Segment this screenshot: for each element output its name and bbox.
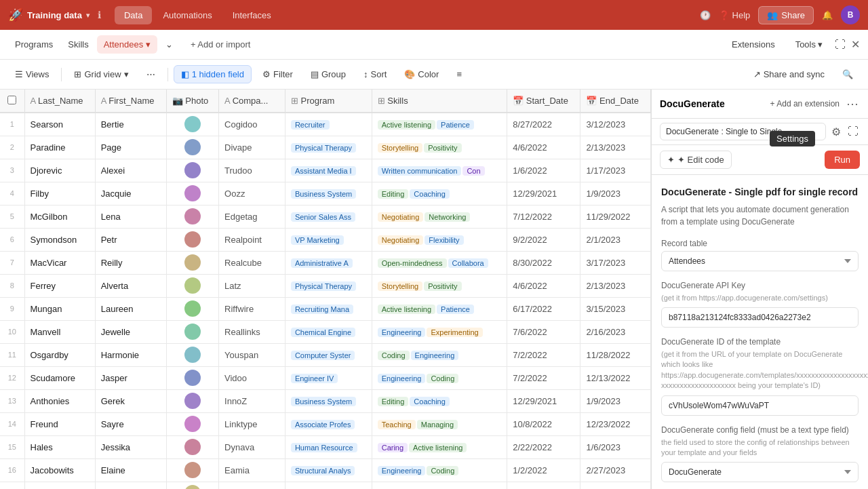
cell-program[interactable]: Structural Analys <box>285 458 372 482</box>
table-row[interactable]: 1SearsonBertieCogidooRecruiterActive lis… <box>0 113 651 136</box>
cell-first-name[interactable]: Alverta <box>95 274 166 297</box>
cell-first-name[interactable]: Laureen <box>95 297 166 320</box>
sort-btn[interactable]: ↕ Sort <box>357 66 393 83</box>
cell-first-name[interactable]: Gerek <box>95 389 166 412</box>
grid-view-options-btn[interactable]: ⋯ <box>140 66 162 83</box>
cell-first-name[interactable]: Patricio <box>95 482 166 489</box>
table-row[interactable]: 5McGilbonLenaEdgetagSenior Sales AssNego… <box>0 205 651 228</box>
cell-company[interactable]: Vidoo <box>219 366 285 389</box>
cell-company[interactable]: InnoZ <box>219 389 285 412</box>
cell-company[interactable]: Youspan <box>219 343 285 366</box>
edit-code-btn[interactable]: ✦ ✦ Edit code <box>660 151 732 169</box>
cell-skills[interactable]: StorytellingPositivity <box>372 136 507 159</box>
extensions-btn[interactable]: Extensions <box>724 35 783 54</box>
col-check[interactable] <box>0 90 24 113</box>
cell-last-name[interactable]: Anthonies <box>24 389 95 412</box>
cell-first-name[interactable]: Petr <box>95 228 166 251</box>
col-start-date[interactable]: 📅 Start_Date <box>507 90 580 113</box>
app-info-icon[interactable]: ℹ <box>98 9 101 20</box>
share-button[interactable]: 👥 Share <box>758 6 814 24</box>
cell-last-name[interactable]: McGilbon <box>24 205 95 228</box>
views-btn[interactable]: ☰ Views <box>8 66 56 83</box>
cell-company[interactable]: Latz <box>219 274 285 297</box>
table-row[interactable]: 10ManvellJewelleReallinksChemical Engine… <box>0 320 651 343</box>
table-row[interactable]: 16JacobowitsElaineEamiaStructural Analys… <box>0 458 651 482</box>
nav-tab-interfaces[interactable]: Interfaces <box>223 6 281 24</box>
cell-first-name[interactable]: Jewelle <box>95 320 166 343</box>
nav2-skills[interactable]: Skills <box>61 35 95 54</box>
record-table-select[interactable]: Attendees <box>661 251 859 271</box>
cell-first-name[interactable]: Jacquie <box>95 182 166 205</box>
table-row[interactable]: 8FerreyAlvertaLatzPhysical TherapyStoryt… <box>0 274 651 297</box>
cell-program[interactable]: VP Marketing <box>285 228 372 251</box>
nav-tab-automations[interactable]: Automations <box>153 6 221 24</box>
app-logo[interactable]: 🚀 Training data ▾ <box>8 7 90 22</box>
cell-first-name[interactable]: Elaine <box>95 458 166 482</box>
cell-skills[interactable]: Written communicationCon <box>372 159 507 182</box>
cell-skills[interactable]: EngineeringCoding <box>372 482 507 489</box>
close-icon[interactable]: ✕ <box>851 38 860 51</box>
table-row[interactable]: 6SymondsonPetrRealpointVP MarketingNegot… <box>0 228 651 251</box>
cell-skills[interactable]: TeachingManaging <box>372 412 507 435</box>
cell-last-name[interactable]: Paradine <box>24 136 95 159</box>
cell-last-name[interactable]: MacVicar <box>24 251 95 274</box>
row-height-btn[interactable]: ≡ <box>450 66 469 83</box>
cell-last-name[interactable]: Searson <box>24 113 95 136</box>
help-btn[interactable]: ❓ Help <box>719 10 751 20</box>
cell-first-name[interactable]: Alexei <box>95 159 166 182</box>
cell-program[interactable]: Business System <box>285 182 372 205</box>
nav2-attendees[interactable]: Attendees ▾ <box>97 35 157 54</box>
select-all-checkbox[interactable] <box>7 96 16 104</box>
template-id-input[interactable] <box>661 395 859 416</box>
notifications-btn[interactable]: 🔔 <box>822 10 833 20</box>
cell-skills[interactable]: NegotiatingFlexibility <box>372 228 507 251</box>
cell-program[interactable]: Recruiting Mana <box>285 297 372 320</box>
table-row[interactable]: 7MacVicarReillyRealcubeAdministrative AO… <box>0 251 651 274</box>
cell-last-name[interactable]: Manvell <box>24 320 95 343</box>
hidden-fields-btn[interactable]: ◧ 1 hidden field <box>174 65 252 83</box>
run-btn[interactable]: Run <box>825 151 860 169</box>
cell-first-name[interactable]: Bertie <box>95 113 166 136</box>
nav-tab-data[interactable]: Data <box>115 6 152 24</box>
cell-first-name[interactable]: Jessika <box>95 435 166 458</box>
table-wrapper[interactable]: A Last_Name A First_Name 📷 Photo A Compa… <box>0 90 651 489</box>
cell-skills[interactable]: EditingCoaching <box>372 182 507 205</box>
cell-skills[interactable]: CaringActive listening <box>372 435 507 458</box>
col-first-name[interactable]: A First_Name <box>95 90 166 113</box>
share-sync-btn[interactable]: ↗ Share and sync <box>747 66 831 83</box>
cell-skills[interactable]: NegotiatingNetworking <box>372 205 507 228</box>
add-extension-btn[interactable]: + Add an extension <box>769 98 841 110</box>
tools-btn[interactable]: Tools ▾ <box>789 35 829 54</box>
cell-program[interactable]: Senior Sales Ass <box>285 205 372 228</box>
cell-company[interactable]: Divape <box>219 136 285 159</box>
cell-company[interactable]: Reallinks <box>219 320 285 343</box>
cell-first-name[interactable]: Sayre <box>95 412 166 435</box>
cell-last-name[interactable]: Djorevic <box>24 159 95 182</box>
cell-company[interactable]: Eamia <box>219 458 285 482</box>
history-btn[interactable]: 🕐 <box>700 10 711 20</box>
api-key-input[interactable] <box>661 307 859 328</box>
table-row[interactable]: 14FreundSayreLinktypeAssociate ProfesTea… <box>0 412 651 435</box>
cell-last-name[interactable]: Osgardby <box>24 343 95 366</box>
cell-skills[interactable]: EngineeringExperimenting <box>372 320 507 343</box>
cell-first-name[interactable]: Lena <box>95 205 166 228</box>
cell-company[interactable]: Cogidoo <box>219 113 285 136</box>
cell-skills[interactable]: EngineeringCoding <box>372 458 507 482</box>
group-btn[interactable]: ▤ Group <box>304 66 353 83</box>
cell-skills[interactable]: Active listeningPatience <box>372 113 507 136</box>
cell-program[interactable]: Human Resource <box>285 435 372 458</box>
cell-program[interactable]: Chemical Engine <box>285 320 372 343</box>
config-field-select[interactable]: DocuGenerate <box>661 462 859 482</box>
cell-skills[interactable]: EngineeringCoding <box>372 366 507 389</box>
cell-skills[interactable]: StorytellingPositivity <box>372 274 507 297</box>
cell-program[interactable]: Computer Syster <box>285 343 372 366</box>
col-photo[interactable]: 📷 Photo <box>166 90 218 113</box>
cell-last-name[interactable]: Freund <box>24 412 95 435</box>
nav2-more-dropdown[interactable]: ⌄ <box>159 35 180 54</box>
cell-program[interactable]: Structural Engine <box>285 482 372 489</box>
cell-program[interactable]: Physical Therapy <box>285 136 372 159</box>
expand-icon[interactable]: ⛶ <box>835 39 846 51</box>
table-row[interactable]: 13AnthoniesGerekInnoZBusiness SystemEdit… <box>0 389 651 412</box>
add-import-btn[interactable]: + Add or import <box>184 35 258 54</box>
cell-company[interactable]: Realpoint <box>219 228 285 251</box>
